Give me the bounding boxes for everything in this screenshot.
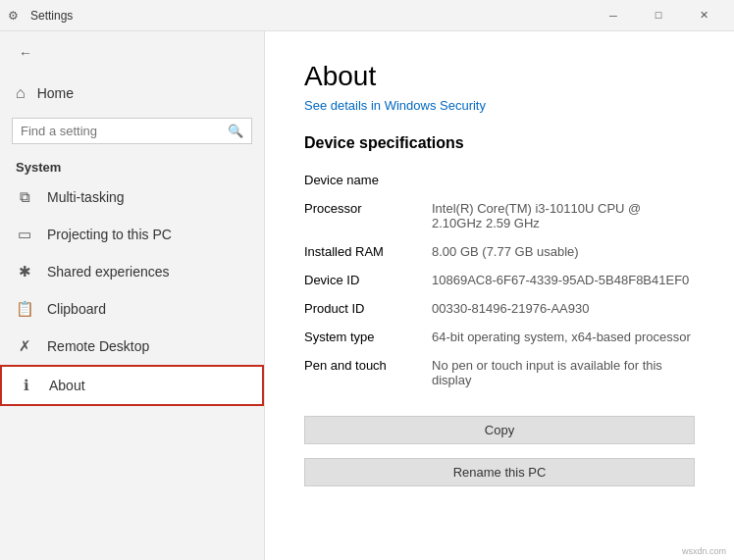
table-row: Installed RAM8.00 GB (7.77 GB usable) — [304, 237, 695, 266]
sidebar-item-multi-tasking[interactable]: ⧉ Multi-tasking — [0, 178, 264, 216]
sidebar: ← ⌂ Home 🔍 System ⧉ Multi-tasking ▭ Proj… — [0, 31, 265, 560]
settings-app-icon: ⚙ — [8, 9, 19, 23]
sidebar-item-projecting-label: Projecting to this PC — [47, 227, 172, 242]
sidebar-item-about-label: About — [49, 378, 85, 393]
spec-label: Processor — [304, 194, 432, 237]
device-specs-title: Device specifications — [304, 134, 695, 152]
table-row: ProcessorIntel(R) Core(TM) i3-10110U CPU… — [304, 194, 695, 237]
sidebar-item-projecting[interactable]: ▭ Projecting to this PC — [0, 216, 264, 253]
spec-value: 64-bit operating system, x64-based proce… — [432, 323, 695, 351]
page-title: About — [304, 61, 695, 92]
spec-value: 10869AC8-6F67-4339-95AD-5B48F8B41EF0 — [432, 266, 695, 294]
spec-label: Product ID — [304, 294, 432, 323]
sidebar-item-remote-desktop[interactable]: ✗ Remote Desktop — [0, 328, 264, 365]
search-input[interactable] — [21, 124, 228, 138]
spec-value: 8.00 GB (7.77 GB usable) — [432, 237, 695, 266]
spec-label: Device ID — [304, 266, 432, 294]
sidebar-item-shared-experiences[interactable]: ✱ Shared experiences — [0, 253, 264, 290]
minimize-button[interactable]: ─ — [591, 0, 636, 31]
title-bar-title: Settings — [26, 9, 73, 23]
spec-value: Intel(R) Core(TM) i3-10110U CPU @ 2.10GH… — [432, 194, 695, 237]
table-row: Device ID10869AC8-6F67-4339-95AD-5B48F8B… — [304, 266, 695, 294]
home-icon: ⌂ — [16, 84, 26, 102]
action-buttons: Copy Rename this PC — [304, 416, 695, 496]
system-section-title: System — [0, 154, 264, 178]
close-button[interactable]: ✕ — [681, 0, 726, 31]
rename-pc-button[interactable]: Rename this PC — [304, 458, 695, 486]
main-container: ← ⌂ Home 🔍 System ⧉ Multi-tasking ▭ Proj… — [0, 31, 734, 560]
sidebar-item-remote-label: Remote Desktop — [47, 338, 149, 354]
spec-label: Pen and touch — [304, 351, 432, 394]
shared-experiences-icon: ✱ — [16, 263, 33, 280]
spec-label: Device name — [304, 166, 432, 194]
sidebar-item-clipboard-label: Clipboard — [47, 301, 106, 317]
remote-desktop-icon: ✗ — [16, 337, 33, 355]
multi-tasking-icon: ⧉ — [16, 188, 33, 206]
back-button[interactable]: ← — [12, 39, 39, 67]
spec-label: System type — [304, 323, 432, 351]
clipboard-icon: 📋 — [16, 300, 33, 318]
sidebar-item-shared-label: Shared experiences — [47, 264, 170, 280]
sidebar-item-clipboard[interactable]: 📋 Clipboard — [0, 290, 264, 328]
table-row: Product ID00330-81496-21976-AA930 — [304, 294, 695, 323]
table-row: Device name — [304, 166, 695, 194]
projecting-icon: ▭ — [16, 226, 33, 243]
spec-value: 00330-81496-21976-AA930 — [432, 294, 695, 323]
table-row: Pen and touchNo pen or touch input is av… — [304, 351, 695, 394]
spec-label: Installed RAM — [304, 237, 432, 266]
about-icon: ℹ — [18, 377, 35, 394]
sidebar-nav-top: ← — [0, 31, 264, 75]
search-box[interactable]: 🔍 — [12, 118, 252, 144]
spec-value: No pen or touch input is available for t… — [432, 351, 695, 394]
content-area: About See details in Windows Security De… — [265, 31, 734, 560]
copy-button[interactable]: Copy — [304, 416, 695, 444]
window-controls: ─ ☐ ✕ — [591, 0, 726, 31]
sidebar-item-about[interactable]: ℹ About — [0, 365, 264, 406]
sidebar-item-home[interactable]: ⌂ Home — [0, 75, 264, 112]
title-bar: ⚙ Settings ─ ☐ ✕ — [0, 0, 734, 31]
sidebar-item-multi-tasking-label: Multi-tasking — [47, 189, 125, 205]
search-icon: 🔍 — [228, 124, 243, 138]
windows-security-link[interactable]: See details in Windows Security — [304, 98, 486, 113]
maximize-button[interactable]: ☐ — [636, 0, 681, 31]
specs-table: Device nameProcessorIntel(R) Core(TM) i3… — [304, 166, 695, 394]
table-row: System type64-bit operating system, x64-… — [304, 323, 695, 351]
home-label: Home — [37, 85, 74, 101]
spec-value — [432, 166, 695, 194]
